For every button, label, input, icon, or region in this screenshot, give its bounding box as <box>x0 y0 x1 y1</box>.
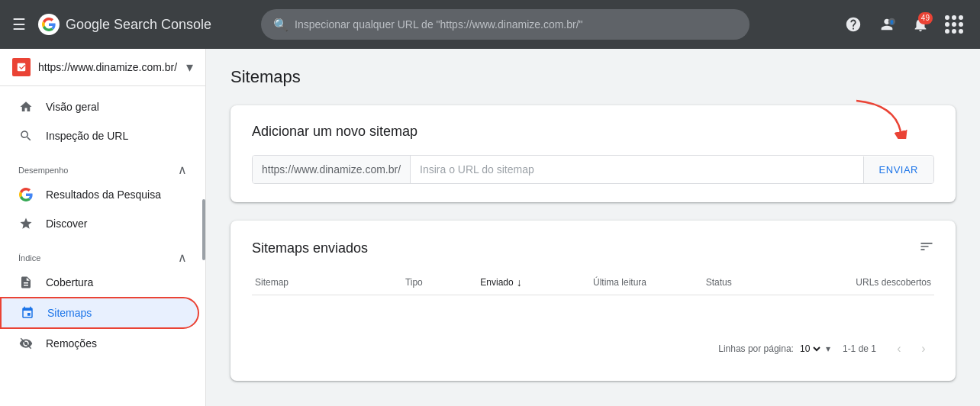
sidebar-item-inspecao-url[interactable]: Inspeção de URL <box>0 121 199 150</box>
sitemap-input-row: https://www.dinamize.com.br/ ENVIAR <box>252 155 934 184</box>
sort-icon[interactable]: ↓ <box>517 276 522 288</box>
add-sitemap-card: Adicionar um novo sitemap https://www.di… <box>230 105 956 202</box>
svg-text:👤: 👤 <box>889 19 895 25</box>
menu-icon[interactable]: ☰ <box>12 15 26 34</box>
google-logo <box>38 14 60 35</box>
account-button[interactable]: 👤 <box>873 11 901 38</box>
col-header-sitemap: Sitemap <box>252 277 405 288</box>
sidebar-item-sitemaps[interactable]: Sitemaps <box>0 297 199 329</box>
sidebar-scrollbar-thumb <box>202 199 205 260</box>
col-header-enviado: Enviado ↓ <box>480 276 593 288</box>
remocoes-icon <box>18 337 34 350</box>
sidebar-label-remocoes: Remoções <box>46 337 97 350</box>
sidebar: https://www.dinamize.com.br/ ▾ Visão ger… <box>0 49 206 406</box>
dropdown-chevron-icon: ▾ <box>826 343 830 354</box>
home-icon <box>18 100 34 114</box>
rows-per-page-label: Linhas por página: <box>718 343 794 354</box>
section-desempenho: Desempenho ∧ <box>0 150 205 180</box>
topbar: ☰ Google Search Console 🔍 👤 49 <box>0 0 980 49</box>
sidebar-item-remocoes[interactable]: Remoções <box>0 329 199 358</box>
col-header-leitura: Última leitura <box>593 277 706 288</box>
sitemaps-enviados-title: Sitemaps enviados <box>252 240 368 256</box>
enviar-button[interactable]: ENVIAR <box>863 156 933 183</box>
filter-icon[interactable] <box>919 239 934 258</box>
apps-grid-icon <box>945 15 963 34</box>
sidebar-label-visao-geral: Visão geral <box>46 101 99 113</box>
google-g-icon <box>18 188 34 201</box>
property-chevron-icon: ▾ <box>186 59 193 76</box>
rows-per-page-select[interactable]: 10 <box>797 343 823 355</box>
pagination-prev-button[interactable]: ‹ <box>888 338 910 359</box>
search-icon: 🔍 <box>273 18 289 32</box>
sidebar-item-visao-geral[interactable]: Visão geral <box>0 92 199 121</box>
notification-badge: 49 <box>918 12 933 24</box>
col-header-urls: URLs descobertos <box>818 277 934 288</box>
page-title: Sitemaps <box>230 67 956 87</box>
property-url: https://www.dinamize.com.br/ <box>38 61 179 73</box>
url-prefix: https://www.dinamize.com.br/ <box>253 156 411 183</box>
table-pagination: Linhas por página: 10 ▾ 1-1 de 1 ‹ › <box>252 326 934 362</box>
sidebar-label-resultados: Resultados da Pesquisa <box>46 188 161 201</box>
search-bar[interactable]: 🔍 <box>261 9 750 40</box>
apps-button[interactable] <box>940 11 968 38</box>
notifications-button[interactable]: 49 <box>907 11 934 38</box>
app-logo: Google Search Console <box>38 14 211 35</box>
search-icon <box>18 129 34 143</box>
app-title: Google Search Console <box>66 17 211 33</box>
add-sitemap-title: Adicionar um novo sitemap <box>252 124 934 140</box>
col-header-status: Status <box>706 277 819 288</box>
sidebar-label-discover: Discover <box>46 218 87 230</box>
cobertura-icon <box>18 276 34 289</box>
sidebar-item-resultados[interactable]: Resultados da Pesquisa <box>0 180 199 209</box>
section-indice: Índice ∧ <box>0 238 205 268</box>
sitemaps-icon <box>20 306 35 320</box>
sitemaps-enviados-card: Sitemaps enviados Sitemap Tipo Enviado ↓… <box>230 221 956 381</box>
help-button[interactable] <box>840 11 867 38</box>
sidebar-label-sitemaps: Sitemaps <box>47 307 92 319</box>
pagination-next-button[interactable]: › <box>913 338 934 359</box>
pagination-range: 1-1 de 1 <box>843 343 876 354</box>
property-icon <box>12 58 31 76</box>
sidebar-label-inspecao-url: Inspeção de URL <box>46 130 128 142</box>
search-input[interactable] <box>295 18 737 31</box>
section-indice-chevron[interactable]: ∧ <box>178 250 187 265</box>
topbar-actions: 👤 49 <box>840 11 968 38</box>
rows-per-page: Linhas por página: 10 ▾ <box>718 343 830 355</box>
discover-icon <box>18 217 34 230</box>
sitemap-url-input[interactable] <box>411 156 863 183</box>
section-desempenho-chevron[interactable]: ∧ <box>178 163 187 177</box>
sidebar-label-cobertura: Cobertura <box>46 276 93 288</box>
sidebar-scrollbar <box>202 49 205 406</box>
table-body <box>252 295 934 326</box>
content-area: Sitemaps Adicionar um novo sitemap https… <box>206 49 980 406</box>
col-header-tipo: Tipo <box>405 277 480 288</box>
section-indice-label: Índice <box>18 253 40 263</box>
sidebar-item-discover[interactable]: Discover <box>0 209 199 238</box>
sitemaps-card-header: Sitemaps enviados <box>252 239 934 258</box>
sidebar-item-cobertura[interactable]: Cobertura <box>0 268 199 297</box>
pagination-nav: ‹ › <box>888 338 934 359</box>
table-header: Sitemap Tipo Enviado ↓ Última leitura St… <box>252 270 934 295</box>
section-desempenho-label: Desempenho <box>18 166 68 175</box>
property-selector[interactable]: https://www.dinamize.com.br/ ▾ <box>0 49 205 86</box>
sidebar-nav: Visão geral Inspeção de URL Desempenho ∧ <box>0 86 205 364</box>
main-layout: https://www.dinamize.com.br/ ▾ Visão ger… <box>0 49 980 406</box>
